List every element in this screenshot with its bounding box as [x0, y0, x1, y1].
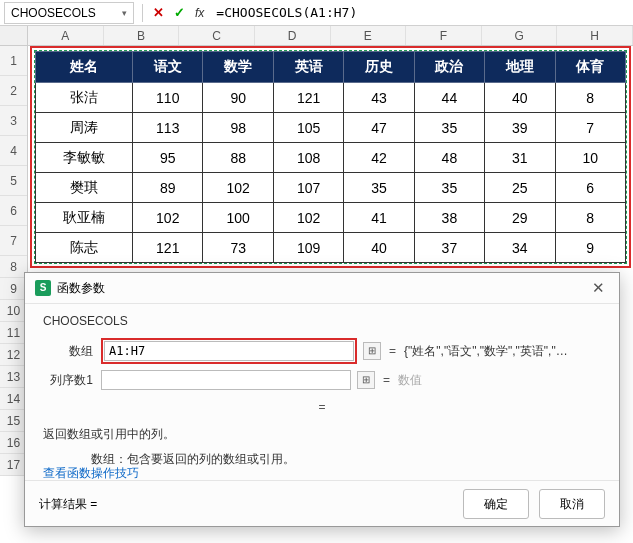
- column-header[interactable]: H: [557, 26, 633, 45]
- column-header[interactable]: C: [179, 26, 255, 45]
- table-cell[interactable]: 周涛: [36, 113, 133, 143]
- table-cell[interactable]: 42: [344, 143, 414, 173]
- table-cell[interactable]: 44: [414, 83, 484, 113]
- table-header-cell[interactable]: 地理: [485, 52, 555, 83]
- table-cell[interactable]: 43: [344, 83, 414, 113]
- row-header[interactable]: 5: [0, 166, 27, 196]
- column-header[interactable]: F: [406, 26, 482, 45]
- row-header[interactable]: 2: [0, 76, 27, 106]
- table-cell[interactable]: 7: [555, 113, 626, 143]
- table-cell[interactable]: 102: [203, 173, 273, 203]
- table-cell[interactable]: 41: [344, 203, 414, 233]
- row-header[interactable]: 15: [0, 410, 27, 432]
- help-link[interactable]: 查看函数操作技巧: [43, 465, 139, 482]
- table-cell[interactable]: 10: [555, 143, 626, 173]
- table-cell[interactable]: 29: [485, 203, 555, 233]
- table-row: 张洁110901214344408: [36, 83, 626, 113]
- table-cell[interactable]: 樊琪: [36, 173, 133, 203]
- column-header[interactable]: G: [482, 26, 558, 45]
- table-header-cell[interactable]: 数学: [203, 52, 273, 83]
- row-header[interactable]: 10: [0, 300, 27, 322]
- table-cell[interactable]: 102: [133, 203, 203, 233]
- table-header-cell[interactable]: 政治: [414, 52, 484, 83]
- table-cell[interactable]: 35: [414, 173, 484, 203]
- row-header[interactable]: 7: [0, 226, 27, 256]
- table-cell[interactable]: 李敏敏: [36, 143, 133, 173]
- table-cell[interactable]: 38: [414, 203, 484, 233]
- table-cell[interactable]: 8: [555, 203, 626, 233]
- table-cell[interactable]: 108: [273, 143, 343, 173]
- argument-input[interactable]: [101, 370, 351, 390]
- dialog-titlebar[interactable]: S 函数参数 ✕: [25, 273, 619, 304]
- table-cell[interactable]: 109: [273, 233, 343, 263]
- range-picker-icon[interactable]: ⊞: [363, 342, 381, 360]
- table-cell[interactable]: 39: [485, 113, 555, 143]
- table-cell[interactable]: 89: [133, 173, 203, 203]
- row-header[interactable]: 4: [0, 136, 27, 166]
- row-header[interactable]: 17: [0, 454, 27, 476]
- table-cell[interactable]: 31: [485, 143, 555, 173]
- row-header[interactable]: 3: [0, 106, 27, 136]
- formula-input[interactable]: [210, 5, 633, 20]
- table-cell[interactable]: 98: [203, 113, 273, 143]
- fx-icon[interactable]: fx: [195, 6, 204, 20]
- name-box[interactable]: CHOOSECOLS ▾: [4, 2, 134, 24]
- table-cell[interactable]: 113: [133, 113, 203, 143]
- chevron-down-icon[interactable]: ▾: [122, 8, 127, 18]
- column-header[interactable]: A: [28, 26, 104, 45]
- row-header[interactable]: 13: [0, 366, 27, 388]
- range-picker-icon[interactable]: ⊞: [357, 371, 375, 389]
- table-cell[interactable]: 耿亚楠: [36, 203, 133, 233]
- close-icon[interactable]: ✕: [588, 279, 609, 297]
- formula-cancel-icon[interactable]: ✕: [153, 5, 164, 20]
- table-cell[interactable]: 48: [414, 143, 484, 173]
- row-header[interactable]: 16: [0, 432, 27, 454]
- select-all-corner[interactable]: [0, 26, 28, 45]
- column-header[interactable]: D: [255, 26, 331, 45]
- table-header-cell[interactable]: 姓名: [36, 52, 133, 83]
- table-cell[interactable]: 88: [203, 143, 273, 173]
- app-logo-icon: S: [35, 280, 51, 296]
- table-cell[interactable]: 35: [344, 173, 414, 203]
- table-cell[interactable]: 73: [203, 233, 273, 263]
- row-header[interactable]: 6: [0, 196, 27, 226]
- row-header[interactable]: 11: [0, 322, 27, 344]
- table-cell[interactable]: 6: [555, 173, 626, 203]
- table-cell[interactable]: 102: [273, 203, 343, 233]
- column-header[interactable]: B: [104, 26, 180, 45]
- table-cell[interactable]: 34: [485, 233, 555, 263]
- table-cell[interactable]: 陈志: [36, 233, 133, 263]
- table-cell[interactable]: 100: [203, 203, 273, 233]
- table-cell[interactable]: 107: [273, 173, 343, 203]
- table-cell[interactable]: 121: [273, 83, 343, 113]
- table-cell[interactable]: 35: [414, 113, 484, 143]
- ok-button[interactable]: 确定: [463, 489, 529, 519]
- table-cell[interactable]: 40: [344, 233, 414, 263]
- row-header[interactable]: 14: [0, 388, 27, 410]
- table-cell[interactable]: 47: [344, 113, 414, 143]
- table-header-cell[interactable]: 体育: [555, 52, 626, 83]
- row-header[interactable]: 9: [0, 278, 27, 300]
- table-cell[interactable]: 121: [133, 233, 203, 263]
- formula-accept-icon[interactable]: ✓: [174, 5, 185, 20]
- table-cell[interactable]: 95: [133, 143, 203, 173]
- row-header[interactable]: 1: [0, 46, 27, 76]
- data-table: 姓名语文数学英语历史政治地理体育 张洁110901214344408周涛1139…: [35, 51, 626, 263]
- row-header[interactable]: 12: [0, 344, 27, 366]
- table-cell[interactable]: 8: [555, 83, 626, 113]
- table-cell[interactable]: 90: [203, 83, 273, 113]
- table-cell[interactable]: 105: [273, 113, 343, 143]
- table-header-cell[interactable]: 语文: [133, 52, 203, 83]
- table-header-cell[interactable]: 英语: [273, 52, 343, 83]
- row-header[interactable]: 8: [0, 256, 27, 278]
- argument-input[interactable]: [104, 341, 354, 361]
- table-cell[interactable]: 9: [555, 233, 626, 263]
- cancel-button[interactable]: 取消: [539, 489, 605, 519]
- column-header[interactable]: E: [331, 26, 407, 45]
- table-cell[interactable]: 张洁: [36, 83, 133, 113]
- table-cell[interactable]: 40: [485, 83, 555, 113]
- table-header-cell[interactable]: 历史: [344, 52, 414, 83]
- table-cell[interactable]: 37: [414, 233, 484, 263]
- table-cell[interactable]: 25: [485, 173, 555, 203]
- table-cell[interactable]: 110: [133, 83, 203, 113]
